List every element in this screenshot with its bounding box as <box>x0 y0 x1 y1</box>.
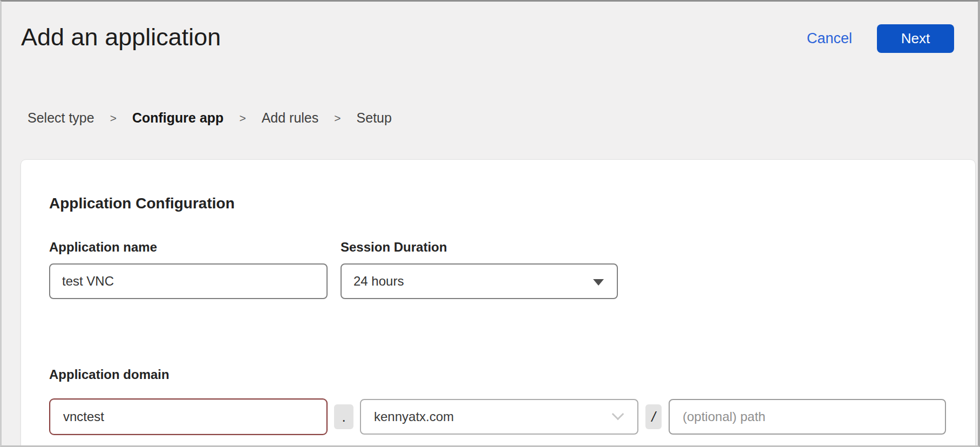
page-title: Add an application <box>21 23 221 51</box>
domain-select[interactable]: kennyatx.com <box>360 399 638 435</box>
breadcrumb-separator: > <box>239 112 246 125</box>
breadcrumb-step-add-rules[interactable]: Add rules <box>262 110 319 126</box>
application-name-input[interactable] <box>49 263 328 299</box>
configuration-card: Application Configuration Application na… <box>21 159 976 447</box>
application-domain-row: . kennyatx.com / <box>49 398 975 435</box>
breadcrumb-separator: > <box>110 112 117 125</box>
path-input[interactable] <box>669 399 946 435</box>
name-session-row: Application name Session Duration 24 hou… <box>49 240 975 299</box>
session-duration-label: Session Duration <box>341 240 618 255</box>
application-name-label: Application name <box>49 240 328 255</box>
session-duration-select[interactable]: 24 hours <box>341 263 618 299</box>
caret-down-icon <box>593 279 604 286</box>
subdomain-input[interactable] <box>49 398 328 435</box>
application-domain-label: Application domain <box>49 367 975 382</box>
header-actions: Cancel Next <box>807 24 954 53</box>
session-duration-value: 24 hours <box>353 274 404 289</box>
page-header: Add an application Cancel Next <box>2 2 978 53</box>
breadcrumb-step-configure-app[interactable]: Configure app <box>132 110 223 126</box>
breadcrumb: Select type > Configure app > Add rules … <box>28 110 978 126</box>
application-name-field-group: Application name <box>49 240 328 299</box>
slash-separator: / <box>645 404 662 429</box>
chevron-down-icon <box>612 408 624 421</box>
domain-select-value: kennyatx.com <box>374 409 454 424</box>
breadcrumb-step-setup[interactable]: Setup <box>357 110 392 126</box>
cancel-button[interactable]: Cancel <box>807 30 852 47</box>
breadcrumb-separator: > <box>334 112 341 125</box>
dot-separator: . <box>334 404 353 429</box>
app-window: Add an application Cancel Next Select ty… <box>0 0 980 447</box>
breadcrumb-step-select-type[interactable]: Select type <box>28 110 94 126</box>
application-domain-field-group: Application domain . kennyatx.com / <box>49 367 975 435</box>
next-button[interactable]: Next <box>877 24 954 53</box>
card-heading: Application Configuration <box>49 194 975 213</box>
session-duration-field-group: Session Duration 24 hours <box>341 240 618 299</box>
